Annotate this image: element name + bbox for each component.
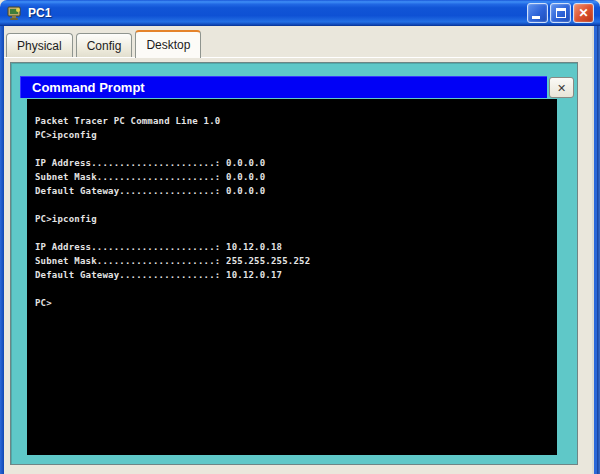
desktop-panel: Command Prompt ✕ Packet Tracer PC Comman… (10, 62, 578, 465)
window-border-right (592, 26, 600, 474)
terminal-line: PC>ipconfig (35, 214, 551, 228)
close-button[interactable]: ✕ (573, 3, 594, 23)
tab-config[interactable]: Config (76, 33, 133, 57)
terminal-line: Subnet Mask.....................: 0.0.0.… (35, 172, 551, 186)
terminal-line: Subnet Mask.....................: 255.25… (35, 256, 551, 270)
window-controls: ✕ (527, 3, 594, 23)
pc-icon (7, 6, 23, 21)
window-border-left (0, 26, 4, 474)
terminal-line: IP Address......................: 0.0.0.… (35, 158, 551, 172)
terminal-line: IP Address......................: 10.12.… (35, 242, 551, 256)
pc1-device-window: PC1 ✕ Physical Config Desktop Command Pr… (0, 0, 600, 474)
terminal-line (35, 144, 551, 158)
minimize-icon (532, 16, 540, 19)
maximize-button[interactable] (550, 3, 571, 23)
terminal-line: Default Gateway.................: 0.0.0.… (35, 186, 551, 200)
window-titlebar[interactable]: PC1 ✕ (0, 0, 600, 26)
terminal-line: PC>ipconfig (35, 130, 551, 144)
tab-bar: Physical Config Desktop (4, 26, 592, 57)
command-prompt-close-button[interactable]: ✕ (549, 77, 574, 98)
close-icon: ✕ (574, 4, 593, 22)
terminal-output[interactable]: Packet Tracer PC Command Line 1.0 PC>ipc… (27, 99, 557, 455)
desktop-tab-page: Command Prompt ✕ Packet Tracer PC Comman… (4, 57, 592, 474)
terminal-line: Default Gateway.................: 10.12.… (35, 270, 551, 284)
window-title: PC1 (28, 6, 527, 20)
tab-physical[interactable]: Physical (6, 33, 73, 57)
terminal-line (35, 284, 551, 298)
command-prompt-title: Command Prompt (32, 80, 145, 95)
maximize-icon (556, 8, 566, 18)
terminal-line (35, 200, 551, 214)
minimize-button[interactable] (527, 3, 548, 23)
command-prompt-titlebar[interactable]: Command Prompt (20, 76, 547, 98)
terminal-line: PC> (35, 298, 551, 312)
tab-desktop[interactable]: Desktop (135, 30, 201, 58)
terminal-line: Packet Tracer PC Command Line 1.0 (35, 116, 551, 130)
terminal-line (35, 228, 551, 242)
